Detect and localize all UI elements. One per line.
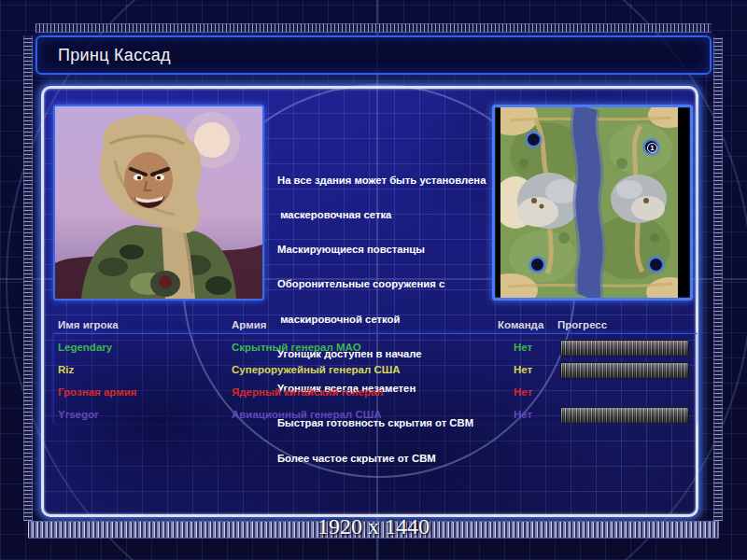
start-position-marker (526, 132, 542, 147)
start-position-marker-player1: 1 (643, 139, 659, 155)
trait-line: маскировочной сеткой (277, 314, 500, 325)
minimap-panel: 1 (492, 105, 693, 301)
start-position-marker (529, 257, 545, 273)
ruler-strip-left (23, 35, 33, 521)
player-army: Супероружейный генерал США (232, 364, 401, 375)
start-position-marker (648, 257, 664, 273)
general-traits-list: На все здания может быть установлена мас… (277, 151, 500, 487)
trait-line: Маскирующиеся повстанцы (277, 244, 500, 255)
player-loading-progress-bar (560, 407, 689, 424)
general-title-bar: Принц Кассад (35, 35, 712, 75)
player-name: Yrsegor (58, 409, 98, 420)
player-team: Нет (514, 409, 532, 420)
column-header-army: Армия (232, 319, 266, 330)
trait-line: На все здания может быть установлена (277, 175, 500, 186)
player-team: Нет (514, 386, 532, 398)
player-army: Авиационный генерал США (232, 409, 382, 420)
player-number-badge: 1 (647, 143, 657, 153)
player-team: Нет (514, 342, 532, 353)
general-name-title: Принц Кассад (58, 37, 171, 73)
column-header-progress: Прогресс (557, 319, 607, 330)
portrait-illustration (55, 106, 262, 299)
player-team: Нет (514, 364, 532, 375)
player-name: Legendary (58, 342, 112, 353)
player-name: Грозная армия (58, 386, 137, 398)
player-name: Riz (58, 364, 74, 375)
minimap-terrain: 1 (500, 107, 678, 298)
ruler-strip-right (713, 37, 723, 521)
general-portrait (53, 105, 264, 301)
trait-line: маскеровочная сетка (277, 209, 500, 220)
column-header-player-name: Имя игрока (58, 319, 119, 330)
trait-line: Оборонительные сооружения с (277, 278, 500, 289)
player-army: Ядерный китайский генерал (232, 386, 384, 398)
ruler-strip-top (35, 23, 712, 33)
player-loading-progress-bar (560, 362, 689, 379)
column-header-team: Команда (498, 319, 543, 330)
trait-line: Более частое скрытие от СВМ (277, 453, 500, 464)
player-loading-progress-bar (560, 340, 689, 357)
resolution-caption: 1920 x 1440 (0, 514, 747, 539)
player-army: Скрытный генерал МАО (232, 342, 361, 353)
game-lobby-loading-screen: Принц Кассад (0, 0, 747, 560)
